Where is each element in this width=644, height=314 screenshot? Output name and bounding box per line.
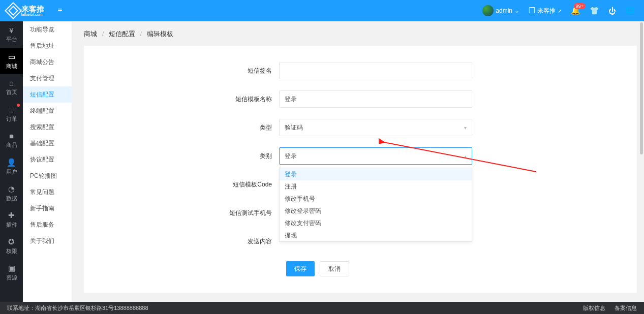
- nav-label: 资源: [6, 274, 17, 281]
- chevron-up-icon: ▴: [464, 153, 467, 159]
- top-header: 来客推 laiketui.com ≡ admin ⌄ ❐ 来客推 ↗ 🔔 99+…: [0, 0, 644, 21]
- primary-nav-item[interactable]: ✚插件: [0, 206, 23, 233]
- type-value: 验证码: [285, 123, 303, 132]
- secondary-nav-item[interactable]: 终端配置: [23, 103, 72, 119]
- nav-icon: ■: [9, 132, 14, 140]
- nav-label: 插件: [6, 221, 17, 229]
- lkt-link[interactable]: ❐ 来客推 ↗: [529, 6, 562, 15]
- form-panel: 短信签名 短信模板名称 类型 验证码 ▾: [84, 46, 637, 293]
- sign-input[interactable]: [279, 62, 472, 79]
- secondary-nav-item[interactable]: 新手指南: [23, 200, 72, 216]
- secondary-nav-item[interactable]: 功能导览: [23, 21, 72, 38]
- primary-nav-item[interactable]: ✪权限: [0, 233, 23, 259]
- secondary-nav-item[interactable]: 协议配置: [23, 151, 72, 168]
- secondary-nav-item[interactable]: 售后地址: [23, 38, 72, 54]
- footer-bar: 联系地址：湖南省长沙市岳麓区银杉路31号13888888888 版权信息 备案信…: [0, 302, 644, 314]
- nav-icon: ⌂: [9, 79, 14, 87]
- cancel-button[interactable]: 取消: [320, 261, 349, 276]
- category-option[interactable]: 修改支付密码: [280, 217, 472, 229]
- category-value: 登录: [285, 152, 297, 161]
- logout-button[interactable]: ⏻: [608, 7, 616, 15]
- power-icon: ⏻: [608, 7, 616, 15]
- lkt-label: 来客推: [537, 7, 556, 15]
- label-code: 短信模板Code: [198, 180, 279, 189]
- category-option[interactable]: 修改手机号: [280, 193, 472, 205]
- save-button[interactable]: 保存: [286, 261, 315, 276]
- nav-label: 平台: [6, 36, 17, 43]
- breadcrumb-item[interactable]: 商城: [84, 30, 97, 38]
- category-dropdown[interactable]: 登录注册修改手机号修改登录密码修改支付密码提现: [279, 168, 472, 242]
- logo-icon: [5, 2, 22, 19]
- nav-icon: ¥: [9, 26, 13, 35]
- nav-icon: ▣: [8, 264, 15, 273]
- secondary-nav-item[interactable]: 关于我们: [23, 233, 72, 249]
- primary-nav-item[interactable]: ¥平台: [0, 21, 23, 48]
- nav-label: 商城: [6, 62, 17, 70]
- theme-button[interactable]: 👕: [590, 6, 599, 15]
- breadcrumb-sep: /: [102, 30, 104, 38]
- primary-sidebar: ¥平台▭商城⌂首页≣订单■商品👤用户◔数据✚插件✪权限▣资源: [0, 21, 23, 302]
- category-option[interactable]: 修改登录密码: [280, 205, 472, 217]
- notifications-button[interactable]: 🔔 99+: [571, 6, 580, 15]
- label-tplname: 短信模板名称: [198, 95, 279, 104]
- nav-icon: ▭: [8, 52, 15, 61]
- user-menu[interactable]: admin ⌄: [482, 5, 519, 16]
- chevron-down-icon: ⌄: [514, 7, 519, 14]
- button-row: 保存 取消: [286, 261, 523, 276]
- primary-nav-item[interactable]: ▭商城: [0, 48, 23, 74]
- secondary-nav-item[interactable]: 搜索配置: [23, 119, 72, 135]
- breadcrumb: 商城 / 短信配置 / 编辑模板: [84, 26, 637, 46]
- shirt-icon: 👕: [590, 6, 599, 15]
- category-option[interactable]: 提现: [280, 229, 472, 241]
- primary-nav-item[interactable]: ■商品: [0, 127, 23, 153]
- tplname-input[interactable]: [279, 90, 472, 108]
- label-test-phone: 短信测试手机号: [198, 209, 279, 217]
- brand-logo[interactable]: 来客推 laiketui.com: [0, 5, 51, 17]
- nav-icon: 👤: [7, 158, 16, 167]
- secondary-nav-item[interactable]: 商城公告: [23, 54, 72, 70]
- nav-icon: ≣: [8, 105, 15, 114]
- secondary-nav-item[interactable]: 常见问题: [23, 184, 72, 200]
- globe-button[interactable]: 🌐: [625, 6, 635, 15]
- secondary-nav-item[interactable]: 支付管理: [23, 70, 72, 86]
- form-row-sign: 短信签名: [198, 62, 523, 79]
- main-content: 商城 / 短信配置 / 编辑模板 短信签名 短信模板名称 类型: [72, 21, 644, 302]
- category-option[interactable]: 登录: [280, 168, 472, 180]
- footer-copyright[interactable]: 版权信息: [583, 304, 605, 312]
- breadcrumb-sep: /: [140, 30, 142, 38]
- footer-contact: 联系地址：湖南省长沙市岳麓区银杉路31号13888888888: [7, 304, 148, 312]
- category-option[interactable]: 注册: [280, 180, 472, 193]
- nav-label: 首页: [6, 88, 17, 96]
- globe-icon: 🌐: [625, 6, 635, 15]
- avatar-icon: [482, 5, 494, 16]
- menu-toggle-icon[interactable]: ≡: [51, 6, 69, 15]
- secondary-nav-item[interactable]: 售后服务: [23, 216, 72, 233]
- username: admin: [496, 7, 512, 14]
- secondary-nav-item[interactable]: 基础配置: [23, 135, 72, 151]
- label-sign: 短信签名: [198, 67, 279, 75]
- breadcrumb-item[interactable]: 短信配置: [109, 30, 135, 38]
- primary-nav-item[interactable]: ◔数据: [0, 180, 23, 206]
- vertical-scrollbar[interactable]: [640, 22, 643, 154]
- secondary-sidebar: 功能导览售后地址商城公告支付管理短信配置终端配置搜索配置基础配置协议配置PC轮播…: [23, 21, 72, 302]
- nav-icon: ✚: [8, 211, 15, 220]
- category-select[interactable]: 登录 ▴: [279, 147, 472, 165]
- footer-record[interactable]: 备案信息: [615, 304, 637, 312]
- dot-badge: [17, 104, 20, 107]
- label-send-content: 发送内容: [198, 237, 279, 246]
- secondary-nav-item[interactable]: 短信配置: [23, 86, 72, 103]
- form-row-type: 类型 验证码 ▾: [198, 119, 523, 136]
- nav-icon: ✪: [8, 237, 15, 246]
- primary-nav-item[interactable]: ▣资源: [0, 259, 23, 286]
- brand-cn: 来客推: [21, 5, 44, 13]
- chevron-down-icon: ▾: [464, 125, 467, 131]
- nav-label: 用户: [6, 168, 17, 176]
- form-row-tplname: 短信模板名称: [198, 90, 523, 108]
- notify-badge: 99+: [574, 3, 586, 9]
- primary-nav-item[interactable]: 👤用户: [0, 153, 23, 180]
- primary-nav-item[interactable]: ≣订单: [0, 101, 23, 127]
- primary-nav-item[interactable]: ⌂首页: [0, 74, 23, 101]
- secondary-nav-item[interactable]: PC轮播图: [23, 168, 72, 184]
- type-select[interactable]: 验证码 ▾: [279, 119, 472, 136]
- form-row-category: 类别 登录 ▴: [198, 147, 523, 165]
